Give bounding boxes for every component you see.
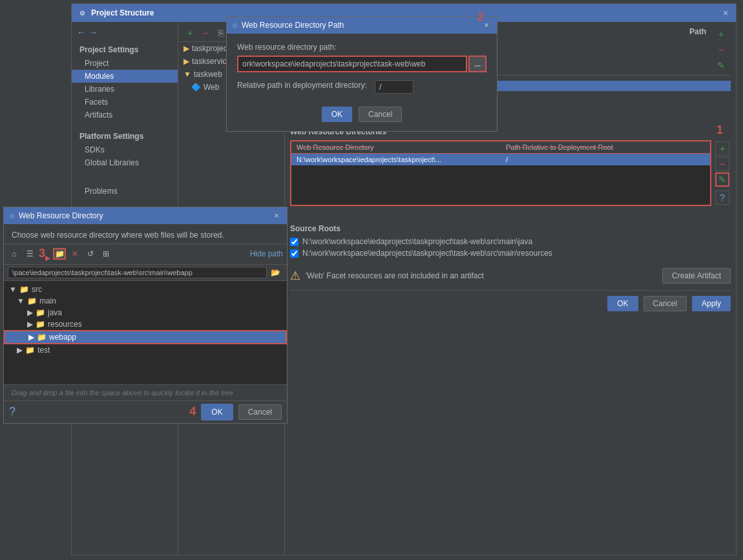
chooser-tree-resources[interactable]: ▶ 📁 resources: [4, 318, 287, 330]
sidebar-item-problems[interactable]: Problems: [72, 185, 178, 198]
tree-add-btn[interactable]: +: [183, 27, 196, 39]
web-resource-directories-section: Web Resource Directories Web Resource Di…: [290, 127, 731, 206]
tree-item-label: Web: [204, 83, 219, 92]
chooser-path-input[interactable]: [8, 267, 267, 278]
step4-badge: 4: [189, 405, 196, 419]
step3-area: 3▶: [39, 247, 50, 262]
path-edit-btn[interactable]: ✎: [714, 58, 728, 72]
chooser-tree-test[interactable]: ▶ 📁 test: [4, 344, 287, 356]
folder-icon: 📁: [27, 296, 37, 306]
expand-icon: ▼: [17, 296, 25, 306]
wrd-path-input-row: ...: [237, 56, 487, 72]
sidebar-item-artifacts[interactable]: Artifacts: [72, 109, 178, 121]
source-root-resources-label: N:\work\workspace\iedaprojects\taskproje…: [302, 249, 552, 258]
wrd-path-ok-btn[interactable]: OK: [322, 107, 352, 122]
path-add-btn[interactable]: +: [714, 27, 728, 41]
chooser-tree-java[interactable]: ▶ 📁 java: [4, 307, 287, 318]
folder-icon: 📁: [37, 333, 47, 342]
wrd-path-relpath-input[interactable]: [375, 80, 413, 94]
source-root-java-checkbox[interactable]: [290, 238, 298, 246]
chooser-delete-btn[interactable]: ✕: [68, 248, 81, 260]
sidebar-item-modules[interactable]: Modules: [72, 70, 178, 83]
chooser-cancel-btn[interactable]: Cancel: [238, 404, 282, 420]
wrd-path-body: Web resource directory path: ... Relativ…: [227, 34, 497, 131]
chooser-path-bar: 📂: [4, 265, 287, 281]
th-web-res-dir: Web Resource Directory: [291, 141, 501, 153]
tree-item-label: taskproject: [192, 44, 229, 53]
project-settings-header: Project Settings: [72, 43, 178, 57]
folder-icon: ▶: [183, 44, 189, 53]
nav-arrows: ← →: [72, 27, 178, 43]
wrd-path-titlebar: ⚙ Web Resource Directory Path ×: [227, 17, 497, 34]
wrd-chooser-toolbar: ⌂ ☰ 3▶ 📁 ✕ ↺ ⊞ Hide path: [4, 244, 287, 265]
chooser-refresh-btn[interactable]: ↺: [84, 248, 97, 260]
folder-icon: ▼: [183, 70, 191, 79]
forward-arrow[interactable]: →: [89, 27, 98, 37]
ps-window-icon: ⚙: [77, 8, 87, 18]
tree-item-label: taskweb: [194, 70, 222, 79]
wrd-path-icon: ⚙: [232, 22, 238, 29]
wrd-path-dialog: ⚙ Web Resource Directory Path × Web reso…: [226, 16, 497, 132]
source-root-resources-checkbox[interactable]: [290, 249, 298, 258]
warning-icon: ⚠: [290, 269, 300, 283]
chooser-help-btn[interactable]: ?: [9, 405, 16, 419]
ps-close-button[interactable]: ×: [720, 8, 731, 18]
chooser-home-btn[interactable]: ⌂: [8, 248, 21, 260]
platform-settings-header: Platform Settings: [72, 129, 178, 143]
wrd-path-browse-btn[interactable]: ...: [468, 56, 487, 72]
wrd-remove-btn[interactable]: −: [715, 157, 729, 171]
th-path-rel: Path Relative to Deployment Root: [501, 141, 710, 153]
cancel-button[interactable]: Cancel: [644, 296, 687, 311]
expand-icon: ▶: [17, 346, 23, 355]
wrd-path-cancel-btn[interactable]: Cancel: [359, 107, 402, 122]
wrd-path-input[interactable]: [237, 56, 467, 72]
hide-path-link[interactable]: Hide path: [250, 249, 283, 258]
wrd-chooser-close-btn[interactable]: ×: [271, 210, 282, 220]
create-artifact-btn[interactable]: Create Artifact: [662, 268, 731, 284]
chooser-ok-btn[interactable]: OK: [201, 404, 233, 420]
chooser-tree-src[interactable]: ▼ 📁 src: [4, 284, 287, 295]
wrd-path-label2: Relative path in deployment directory:: [237, 81, 367, 90]
tree-remove-btn[interactable]: −: [199, 27, 212, 39]
td-path-rel: /: [501, 154, 710, 165]
tree-copy-btn[interactable]: ⎘: [215, 27, 227, 39]
ok-button[interactable]: OK: [607, 296, 638, 311]
wrd-path-label1: Web resource directory path:: [237, 43, 487, 52]
sidebar-item-facets[interactable]: Facets: [72, 96, 178, 109]
chooser-list-btn[interactable]: ☰: [23, 248, 36, 260]
warning-row: ⚠ 'Web' Facet resources are not included…: [290, 268, 731, 284]
chooser-tree: ▼ 📁 src ▼ 📁 main ▶ 📁 java ▶ 📁 resources …: [4, 281, 287, 384]
wrd-edit-btn[interactable]: ✎: [715, 172, 729, 187]
folder-icon: 📁: [25, 346, 35, 355]
wrd-add-btn[interactable]: +: [715, 141, 729, 156]
sidebar-item-project[interactable]: Project: [72, 57, 178, 70]
table-data-row[interactable]: N:\work\workspace\iedaprojects\taskproje…: [291, 154, 710, 165]
chooser-grid-btn[interactable]: ⊞: [99, 248, 112, 260]
source-root-java-label: N:\work\workspace\iedaprojects\taskproje…: [302, 237, 532, 246]
table-header: Web Resource Directory Path Relative to …: [291, 141, 710, 154]
folder-icon: ▶: [183, 57, 189, 66]
back-arrow[interactable]: ←: [77, 27, 86, 37]
source-root-resources-row: N:\work\workspace\iedaprojects\taskproje…: [290, 249, 731, 258]
wrd-chooser-desc: Choose web resource directory where web …: [4, 224, 287, 244]
sidebar-item-libraries[interactable]: Libraries: [72, 83, 178, 96]
folder-icon: 📁: [19, 285, 29, 294]
wrd-help-btn[interactable]: ?: [715, 191, 729, 205]
chooser-tree-main[interactable]: ▼ 📁 main: [4, 295, 287, 307]
wrd-chooser-dialog: ⚙ Web Resource Directory × Choose web re…: [3, 207, 288, 424]
source-roots-label: Source Roots: [290, 224, 731, 233]
source-root-java-row: N:\work\workspace\iedaprojects\taskproje…: [290, 237, 731, 246]
chooser-folder-btn[interactable]: 📁: [53, 248, 66, 260]
expand-icon: ▼: [9, 285, 17, 294]
path-remove-btn[interactable]: −: [714, 43, 728, 57]
expand-icon: ▶: [27, 320, 33, 329]
folder-icon: 📁: [36, 320, 45, 329]
apply-button[interactable]: Apply: [692, 296, 731, 311]
wrd-chooser-icon: ⚙: [9, 213, 15, 220]
sidebar-item-sdks[interactable]: SDKs: [72, 143, 178, 156]
step2-badge: 2: [477, 10, 484, 24]
sidebar-item-global-libraries[interactable]: Global Libraries: [72, 156, 178, 169]
chooser-path-open-btn[interactable]: 📂: [268, 268, 283, 277]
step1-badge: 1: [717, 123, 723, 137]
chooser-tree-webapp[interactable]: ▶ 📁 webapp: [4, 330, 287, 344]
